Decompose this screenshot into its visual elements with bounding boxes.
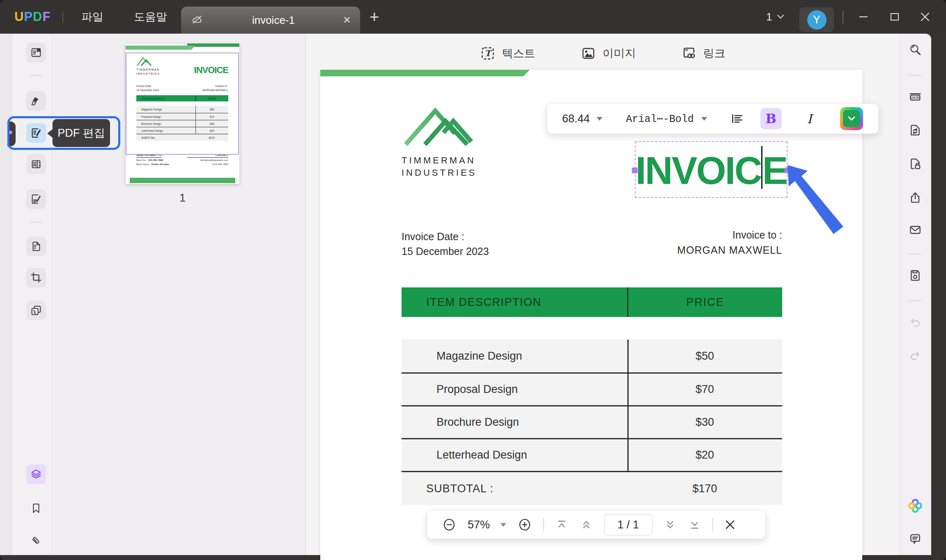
col-item-description: ITEM DESCRIPTION [402, 296, 627, 309]
bold-button[interactable]: B [760, 108, 782, 129]
ocr-icon[interactable]: OCR [907, 90, 923, 104]
previous-page-button[interactable] [579, 518, 593, 532]
mail-icon[interactable] [907, 223, 923, 237]
subtotal-row[interactable]: SUBTOTAL : $170 [402, 472, 782, 505]
italic-button[interactable]: I [801, 108, 819, 129]
close-window-button[interactable] [920, 0, 930, 34]
avatar: Y [807, 10, 827, 30]
page-count-dropdown[interactable]: 1 [766, 0, 784, 34]
company-name[interactable]: TIMMERMAN [402, 155, 476, 166]
logo-letter: D [33, 9, 42, 24]
zoom-dropdown-chevron[interactable] [501, 523, 506, 527]
account-button[interactable]: Y [799, 7, 834, 32]
annotation-arrow [785, 163, 847, 235]
chevron-down-icon [777, 14, 784, 19]
next-page-button[interactable] [663, 518, 677, 532]
first-page-button[interactable] [555, 518, 569, 532]
image-tool-icon [581, 46, 596, 61]
share-icon[interactable] [907, 191, 923, 205]
tab-text-label: 텍스트 [502, 46, 535, 61]
convert-icon[interactable] [907, 123, 923, 137]
minimize-button[interactable] [858, 0, 869, 34]
selected-text-block[interactable]: INVOICE [635, 141, 788, 198]
divider [909, 300, 921, 301]
protect-icon[interactable] [907, 157, 923, 171]
attachment-icon[interactable] [26, 531, 46, 551]
tooltip: PDF 편집 [53, 119, 110, 147]
tab-image[interactable]: 이미지 [581, 46, 636, 61]
page-number-input[interactable]: 1 / 1 [604, 514, 652, 535]
ai-assistant-icon[interactable] [907, 498, 923, 514]
save-icon[interactable] [907, 269, 923, 282]
invoice-table-rows[interactable]: Magazine Design$50 Proposal Design$70 Br… [402, 340, 782, 472]
zoom-level-value: 57% [468, 519, 490, 531]
thumb-bank-no: Bank No: 123-456-7890 [136, 159, 163, 161]
company-name[interactable]: INDUSTRIES [402, 168, 477, 178]
last-page-button[interactable] [688, 518, 702, 532]
new-tab-button[interactable]: + [370, 0, 379, 34]
tooltip-label: PDF 편집 [57, 126, 105, 140]
close-toolbar-button[interactable] [724, 519, 736, 531]
tab-text[interactable]: T 텍스트 [480, 46, 535, 61]
align-button[interactable] [730, 112, 744, 126]
zoom-in-button[interactable] [517, 517, 533, 532]
purple-dot [9, 131, 12, 134]
updf-logo: U P D F [14, 0, 51, 34]
tab-link-label: 링크 [703, 46, 726, 61]
font-color-button[interactable] [840, 107, 863, 130]
thumb-phone: +123-456-7890 [187, 163, 228, 165]
page-tools-icon[interactable] [26, 236, 46, 256]
tab-close-icon[interactable]: ✕ [343, 14, 351, 26]
feedback-icon[interactable] [907, 532, 923, 546]
bookmark-icon[interactable] [26, 498, 46, 518]
reader-mode-icon[interactable] [26, 43, 46, 62]
link-tool-icon [681, 46, 697, 61]
document-tab[interactable]: invoice-1 ✕ [181, 7, 360, 34]
thumb-bank-name: Bank Name: Studio Shodwe [136, 163, 169, 165]
watermark-icon[interactable] [26, 301, 46, 320]
crop-icon[interactable] [26, 268, 46, 287]
font-family-dropdown[interactable]: Arial⋯-Bold [626, 112, 707, 125]
logo-letter: P [24, 9, 33, 24]
font-size-value: 68.44 [562, 112, 590, 125]
search-icon[interactable] [907, 43, 923, 57]
company-logo[interactable] [402, 103, 478, 148]
edit-mode-tab-row: T 텍스트 이미지 링크 [306, 43, 899, 64]
maximize-button[interactable] [889, 0, 900, 34]
tab-link[interactable]: 링크 [681, 46, 726, 61]
divider [909, 75, 921, 76]
table-row: Proposal Design$70 [402, 372, 782, 405]
menu-help[interactable]: 도움말 [134, 0, 167, 34]
invoice-table-header[interactable]: ITEM DESCRIPTION PRICE [402, 287, 782, 317]
invoice-to-value[interactable]: MORGAN MAXWELL [618, 244, 782, 256]
invoice-title-text[interactable]: INVOICE [636, 146, 787, 193]
selection-handle-left[interactable] [632, 168, 638, 173]
undo-icon[interactable] [907, 315, 923, 329]
panel-collapse-handle[interactable] [7, 122, 16, 146]
organize-pages-icon[interactable] [26, 154, 46, 174]
bold-label: B [766, 111, 776, 126]
zoom-out-button[interactable] [441, 517, 457, 532]
invoice-date-label[interactable]: Invoice Date : [402, 231, 464, 243]
table-row: Brochure Design$30 [402, 405, 782, 438]
annotate-icon[interactable] [26, 91, 46, 111]
redo-icon[interactable] [907, 349, 923, 363]
chevron-down-icon [848, 116, 855, 121]
divider [909, 254, 921, 255]
divider [62, 11, 63, 23]
font-size-dropdown[interactable]: 68.44 [562, 112, 602, 125]
fill-sign-icon[interactable] [26, 189, 46, 209]
menu-file[interactable]: 파일 [81, 0, 103, 34]
chevron-down-icon [597, 117, 602, 121]
cloud-offline-icon [190, 13, 204, 27]
right-toolbar-panel [899, 34, 931, 555]
invoice-date-value[interactable]: 15 December 2023 [402, 246, 489, 257]
invoice-to-label[interactable]: Invoice to : [618, 229, 782, 241]
title-bar: U P D F 파일 도움말 invoice-1 ✕ + 1 Y [0, 0, 946, 34]
page-thumbnail[interactable]: TIMMERMAN INDUSTRIES INVOICE Invoice Dat… [126, 44, 239, 184]
thumb-page-number: 1 [126, 191, 239, 204]
layers-icon[interactable] [26, 464, 46, 484]
edit-pdf-icon[interactable] [26, 123, 46, 143]
thumb-viewport-indicator[interactable] [126, 53, 239, 155]
pdf-page[interactable]: TIMMERMAN INDUSTRIES INVOICE Invoice Dat… [320, 70, 862, 560]
